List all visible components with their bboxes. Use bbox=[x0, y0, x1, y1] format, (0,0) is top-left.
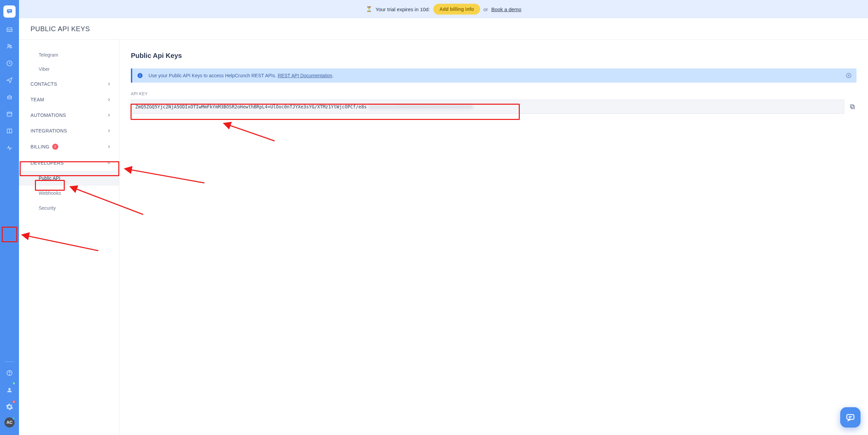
nav-sub-security[interactable]: Security bbox=[19, 201, 119, 215]
nav-cat-billing[interactable]: BILLING bbox=[19, 139, 119, 155]
svg-rect-16 bbox=[140, 74, 140, 75]
nav-cat-developers[interactable]: DEVELOPERS bbox=[19, 155, 119, 171]
brand-logo[interactable] bbox=[3, 5, 16, 18]
chevron-right-icon bbox=[107, 129, 111, 133]
nav-popups[interactable] bbox=[0, 106, 19, 123]
book-demo-link[interactable]: Book a demo bbox=[491, 6, 521, 12]
nav-kb[interactable] bbox=[0, 123, 19, 140]
inbox-icon bbox=[6, 26, 13, 33]
nav-bot[interactable] bbox=[0, 89, 19, 106]
chevron-right-icon bbox=[107, 145, 111, 149]
book-icon bbox=[6, 128, 13, 134]
add-billing-button[interactable]: Add billing info bbox=[433, 4, 480, 15]
cat-label: BILLING bbox=[31, 144, 50, 149]
svg-point-3 bbox=[10, 45, 11, 46]
nav-sub-telegram[interactable]: Telegram bbox=[19, 48, 119, 62]
nav-send[interactable] bbox=[0, 72, 19, 89]
columns: Telegram Viber CONTACTS TEAM AUTOMATIONS bbox=[19, 40, 529, 266]
paper-plane-icon bbox=[6, 77, 13, 84]
cat-label: DEVELOPERS bbox=[31, 160, 64, 166]
svg-rect-15 bbox=[140, 75, 140, 77]
main-frame: ⏳ Your trial expires in 10d: Add billing… bbox=[19, 0, 529, 266]
svg-point-7 bbox=[10, 97, 11, 98]
chevron-down-icon bbox=[107, 161, 111, 165]
nav-cat-automations[interactable]: AUTOMATIONS bbox=[19, 107, 119, 123]
cat-label: CONTACTS bbox=[31, 81, 57, 87]
settings-nav: Telegram Viber CONTACTS TEAM AUTOMATIONS bbox=[19, 40, 119, 266]
nav-cat-contacts[interactable]: CONTACTS bbox=[19, 76, 119, 92]
page-title: PUBLIC API KEYS bbox=[19, 18, 529, 40]
window-icon bbox=[6, 111, 13, 118]
clock-icon bbox=[6, 60, 13, 67]
bot-icon bbox=[6, 94, 13, 101]
users-icon bbox=[6, 43, 13, 50]
nav-sub-viber[interactable]: Viber bbox=[19, 62, 119, 76]
svg-rect-1 bbox=[8, 11, 11, 11]
trial-or: or bbox=[484, 6, 488, 12]
nav-cat-integrations[interactable]: INTEGRATIONS bbox=[19, 123, 119, 139]
nav-contacts[interactable] bbox=[0, 38, 19, 55]
nav-sub-webhooks[interactable]: Webhooks bbox=[19, 186, 119, 201]
info-banner: Use your Public API Keys to access HelpC… bbox=[131, 68, 529, 83]
svg-rect-13 bbox=[55, 147, 56, 148]
api-key-field[interactable]: ZmQ5ZGQ5Yjc2NjA5ODIxOTIwMmFkYmM3BOSR2oHe… bbox=[131, 100, 529, 114]
content-heading: Public Api Keys bbox=[131, 52, 529, 60]
app-rail: 1 ! AC bbox=[0, 0, 19, 266]
nav-cat-team[interactable]: TEAM bbox=[19, 92, 119, 107]
nav-activity[interactable] bbox=[0, 140, 19, 157]
nav-sub-public-api[interactable]: Public API bbox=[19, 171, 119, 186]
chevron-right-icon bbox=[107, 98, 111, 102]
cat-label: INTEGRATIONS bbox=[31, 128, 67, 133]
cat-label: TEAM bbox=[31, 97, 44, 102]
trial-text: Your trial expires in 10d: bbox=[376, 6, 430, 12]
chat-icon bbox=[6, 8, 13, 15]
cat-label: AUTOMATIONS bbox=[31, 112, 66, 118]
info-link[interactable]: REST API Documentation bbox=[278, 73, 332, 78]
api-key-blurred: aaaaaaaaaaAAAAAAAAAAAAAAAAAAAAAAAAAAAA bbox=[368, 104, 473, 109]
svg-rect-8 bbox=[7, 112, 12, 116]
svg-rect-12 bbox=[55, 146, 56, 147]
trial-banner: ⏳ Your trial expires in 10d: Add billing… bbox=[19, 0, 529, 18]
pulse-icon bbox=[6, 145, 13, 151]
api-key-value: ZmQ5ZGQ5Yjc2NjA5ODIxOTIwMmFkYmM3BOSR2oHe… bbox=[135, 104, 367, 109]
nav-recent[interactable] bbox=[0, 55, 19, 72]
info-icon bbox=[137, 72, 143, 79]
info-text: Use your Public API Keys to access HelpC… bbox=[149, 73, 334, 78]
svg-point-6 bbox=[8, 97, 9, 98]
nav-inbox[interactable] bbox=[0, 21, 19, 38]
svg-point-2 bbox=[8, 44, 9, 46]
chevron-right-icon bbox=[107, 82, 111, 86]
billing-alert-badge bbox=[52, 144, 58, 150]
chevron-right-icon bbox=[107, 113, 111, 117]
content-pane: Public Api Keys Use your Public API Keys… bbox=[119, 40, 529, 266]
api-key-row: ZmQ5ZGQ5Yjc2NjA5ODIxOTIwMmFkYmM3BOSR2oHe… bbox=[131, 100, 529, 114]
hourglass-icon: ⏳ bbox=[366, 6, 372, 12]
api-key-label: API KEY bbox=[131, 91, 529, 96]
